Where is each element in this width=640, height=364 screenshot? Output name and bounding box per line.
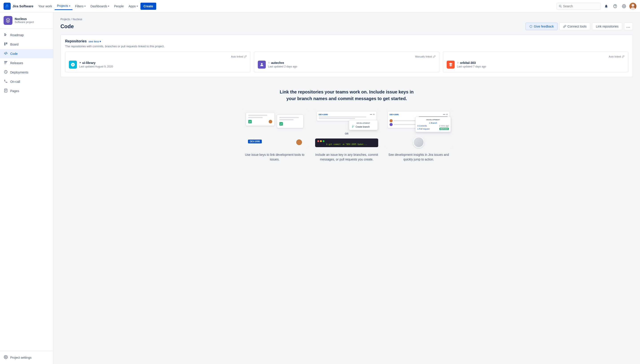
repo-updated: Last updated 2 days ago — [268, 65, 297, 68]
vcs-icon: ⚐ — [268, 62, 270, 64]
info-card-text-3: See development insights in Jira issues … — [385, 152, 452, 162]
repo-updated: Last updated August 9, 2020 — [79, 65, 113, 68]
info-headline: Link the repositories your teams work on… — [60, 88, 633, 102]
main-navigation: Your work Projects ▾ Filters ▾ Dashboard… — [36, 2, 556, 10]
more-actions-button[interactable]: ... — [624, 23, 633, 30]
info-card-text-2: Include an issue key in any branches, co… — [313, 152, 380, 162]
svg-point-4 — [615, 7, 615, 7]
sidebar-item-pages[interactable]: Pages — [0, 86, 53, 96]
info-section: Link the repositories your teams work on… — [60, 84, 633, 166]
sidebar-item-code[interactable]: Code — [0, 49, 53, 58]
nav-your-work[interactable]: Your work — [36, 3, 54, 10]
more-icon: ... — [626, 25, 630, 28]
sidebar-item-deployments[interactable]: Deployments — [0, 68, 53, 77]
breadcrumb-projects[interactable]: Projects — [60, 18, 70, 21]
repo-card-orbital-303[interactable]: Auto linked ⚐ orbital-303 — [443, 52, 628, 72]
repo-updated: Last updated 7 days ago — [457, 65, 486, 68]
chevron-icon: ▾ — [69, 5, 70, 7]
repo-card-ui-library[interactable]: Auto linked ⚑ ui-library — [65, 52, 251, 72]
repo-name: autechre — [271, 61, 284, 64]
svg-rect-10 — [4, 42, 5, 46]
see-less-button[interactable]: see less ▾ — [88, 40, 101, 43]
sidebar-item-project-settings[interactable]: Project settings — [0, 353, 53, 362]
nav-projects[interactable]: Projects ▾ — [55, 2, 72, 10]
user-avatar[interactable] — [629, 3, 636, 10]
svg-point-6 — [631, 7, 635, 10]
repositories-header: Repositories see less ▾ — [65, 39, 628, 43]
svg-point-16 — [261, 63, 263, 64]
pages-icon — [4, 88, 8, 94]
repo-name: orbital-303 — [460, 61, 476, 64]
search-box[interactable] — [556, 3, 601, 10]
megaphone-icon — [529, 25, 532, 28]
page-actions: Give feedback Connect tools Link reposit… — [526, 23, 633, 30]
vcs-icon: ⚑ — [79, 62, 81, 64]
info-card-illustration-2: DEV-2095 ••• ✕ DEVELOPMENT — [313, 109, 380, 149]
nav-filters[interactable]: Filters ▾ — [73, 3, 88, 10]
link-repositories-button[interactable]: Link repositories — [592, 23, 622, 30]
sidebar: Nucleus Software project Roadmap Board C… — [0, 12, 53, 364]
create-button[interactable]: Create — [140, 3, 156, 10]
link-icon — [433, 55, 436, 58]
chevron-icon: ▾ — [84, 5, 86, 7]
sidebar-item-releases[interactable]: Releases — [0, 58, 53, 68]
breadcrumb-separator: / — [71, 18, 72, 21]
project-icon — [4, 16, 13, 25]
project-name: Nucleus — [15, 17, 34, 21]
svg-rect-12 — [4, 61, 7, 62]
repo-icon — [258, 60, 266, 68]
chevron-icon: ▾ — [137, 5, 138, 7]
chevron-icon: ▾ — [108, 5, 109, 7]
code-icon — [4, 51, 8, 56]
chevron-icon: ▾ — [100, 40, 101, 43]
repositories-description: The repositories with commits, branches … — [65, 44, 628, 48]
page-header: Code Give feedback Connect tools Link re… — [60, 23, 633, 30]
svg-rect-11 — [6, 42, 7, 44]
notifications-button[interactable] — [603, 3, 610, 10]
deployments-icon — [4, 70, 8, 75]
link-icon — [622, 55, 624, 58]
search-input[interactable] — [563, 4, 598, 8]
settings-button[interactable] — [620, 3, 627, 10]
search-icon — [559, 5, 562, 8]
logo[interactable]: Jira Software — [4, 3, 33, 10]
releases-icon — [4, 60, 8, 66]
settings-icon — [4, 355, 8, 360]
top-navigation: Jira Software Your work Projects ▾ Filte… — [0, 0, 640, 12]
repositories-title: Repositories — [65, 39, 87, 43]
info-card-illustration-3: DEV-2095 ••• ✕ — [385, 109, 452, 149]
give-feedback-button[interactable]: Give feedback — [526, 23, 558, 30]
sidebar-label-pages: Pages — [10, 89, 19, 93]
nav-people[interactable]: People — [112, 3, 126, 10]
repo-card-autechre[interactable]: Manually linked ⚐ autechre — [254, 52, 439, 72]
svg-rect-13 — [4, 62, 7, 63]
link-icon — [244, 55, 247, 58]
sidebar-nav: Roadmap Board Code Releases Deployments — [0, 29, 53, 351]
vcs-icon: ⚐ — [457, 62, 459, 64]
info-card-text-1: Use issue keys to link development tools… — [241, 152, 308, 162]
help-button[interactable] — [611, 3, 619, 10]
svg-rect-14 — [4, 64, 6, 64]
sidebar-project[interactable]: Nucleus Software project — [0, 12, 53, 29]
svg-point-18 — [352, 127, 353, 128]
nav-apps[interactable]: Apps ▾ — [126, 3, 140, 10]
info-card-illustration-1: DEV-2095 — [241, 109, 308, 149]
nav-dashboards[interactable]: Dashboards ▾ — [88, 3, 112, 10]
board-icon — [4, 42, 8, 47]
connect-tools-button[interactable]: Connect tools — [559, 23, 590, 30]
sidebar-label-board: Board — [10, 42, 19, 46]
breadcrumb-nucleus[interactable]: Nucleus — [73, 18, 82, 21]
info-card-issue-key-usage: DEV-2095 ••• ✕ DEVELOPMENT — [313, 109, 380, 162]
svg-point-17 — [352, 126, 353, 126]
main-content: Projects / Nucleus Code Give feedback Co… — [53, 12, 640, 364]
page-title: Code — [60, 23, 74, 30]
sidebar-item-board[interactable]: Board — [0, 40, 53, 49]
sidebar-bottom: Project settings — [0, 351, 53, 364]
sidebar-item-oncall[interactable]: On-call — [0, 77, 53, 86]
svg-point-3 — [613, 4, 617, 8]
repo-link-type: Auto linked — [447, 55, 624, 58]
breadcrumb: Projects / Nucleus — [60, 18, 633, 21]
connect-icon — [563, 25, 566, 28]
sidebar-item-roadmap[interactable]: Roadmap — [0, 30, 53, 40]
oncall-icon — [4, 79, 8, 84]
